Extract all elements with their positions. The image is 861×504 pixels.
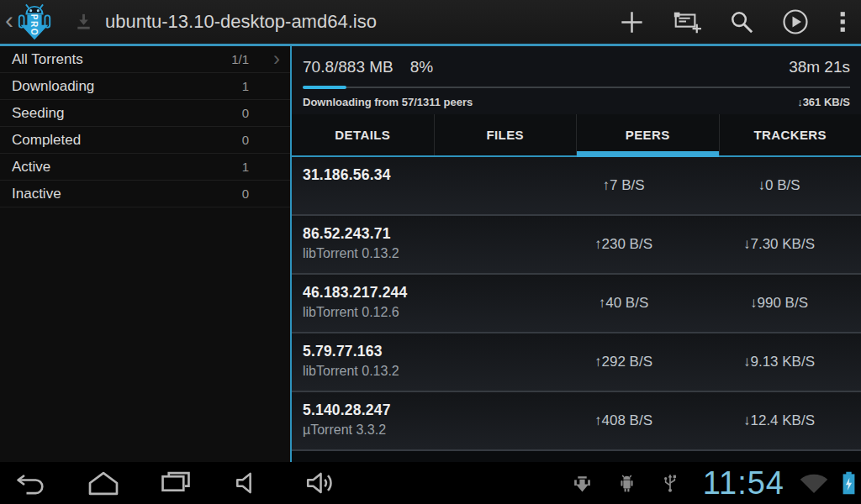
action-bar: ‹ PRO ubuntu-13.10-desktop-amd64.iso [0,0,861,46]
battery-charging-icon [842,470,856,496]
resume-all-icon [780,7,811,37]
add-feed-button[interactable] [670,3,702,40]
sidebar-item-label: All Torrents [12,51,231,68]
peer-upload-speed: ↑7 B/S [550,177,697,194]
tab-peers[interactable]: PEERS [576,114,719,155]
filter-sidebar: All Torrents 1/1 › Downloading 1 Seeding… [0,46,290,462]
peer-upload-speed: ↑408 B/S [550,412,697,429]
peer-download-speed: ↓9.13 KB/S [697,354,861,370]
peer-row[interactable]: 46.183.217.244 libTorrent 0.12.6 ↑40 B/S… [292,275,861,333]
nav-recents-button[interactable] [158,467,193,499]
torrent-detail-panel: 70.8/883 MB 8% 38m 21s Downloading from … [290,46,861,462]
sidebar-item-label: Completed [12,132,242,149]
sidebar-item-count: 0 [242,133,249,147]
peer-download-speed: ↓12.4 KB/S [697,412,861,429]
peer-client: libTorrent 0.13.2 [303,364,550,379]
sidebar-item-count: 1/1 [231,52,249,66]
torrent-progress-summary: 70.8/883 MB 8% 38m 21s Downloading from … [292,46,861,114]
peer-download-speed: ↓7.30 KB/S [697,236,861,253]
peer-ip: 46.183.217.244 [303,284,550,302]
wifi-off-icon [798,470,830,496]
tab-label: FILES [486,128,524,142]
peer-client: libTorrent 0.13.2 [303,246,550,261]
progress-track [303,87,850,88]
sidebar-item-label: Active [12,159,242,176]
download-icon [72,12,95,33]
main-content: All Torrents 1/1 › Downloading 1 Seeding… [0,46,861,462]
sidebar-item-inactive[interactable]: Inactive 0 [0,181,290,207]
detail-tabs: DETAILS FILES PEERS TRACKERS [292,114,861,157]
sidebar-item-seeding[interactable]: Seeding 0 [0,100,290,127]
peer-status-text: Downloading from 57/1311 peers [303,96,473,108]
tab-label: TRACKERS [753,128,827,142]
overflow-menu-icon [837,8,848,36]
peer-download-speed: ↓990 B/S [697,295,861,312]
resume-all-button[interactable] [779,3,811,40]
peer-row[interactable]: 86.52.243.71 libTorrent 0.13.2 ↑230 B/S … [292,216,861,275]
sidebar-item-active[interactable]: Active 1 [0,154,290,181]
volume-up-button[interactable] [303,467,338,499]
status-cluster[interactable]: 11:54 [572,467,861,499]
add-torrent-button[interactable] [615,3,647,40]
action-buttons [615,3,861,40]
sidebar-item-count: 0 [242,186,249,201]
sidebar-item-label: Seeding [12,105,242,122]
peer-row[interactable]: 5.140.28.247 µTorrent 3.3.2 ↑408 B/S ↓12… [292,392,861,451]
overflow-menu-button[interactable] [834,3,851,40]
atorrent-status-icon [572,473,593,494]
peer-upload-speed: ↑230 B/S [550,236,697,253]
sidebar-item-label: Inactive [12,186,242,202]
system-clock: 11:54 [703,467,784,499]
sidebar-item-label: Downloading [12,78,242,95]
download-rate-text: ↓361 KB/S [797,96,850,108]
tab-label: PEERS [626,128,670,142]
peer-ip: 5.140.28.247 [303,402,550,419]
nav-up-button[interactable]: ‹ PRO [0,0,57,44]
peer-client: µTorrent 3.3.2 [303,423,550,438]
percent-text: 8% [410,58,433,76]
volume-up-icon [304,470,336,496]
tab-files[interactable]: FILES [434,114,577,155]
chevron-right-icon: › [273,49,280,69]
peer-list: 31.186.56.34 ↑7 B/S ↓0 B/S 86.52.243.71 … [292,157,861,462]
progress-fill [303,86,346,89]
atorrent-pro-app-icon: PRO [15,3,54,43]
torrent-title: ubuntu-13.10-desktop-amd64.iso [105,11,377,33]
nav-back-button[interactable] [13,467,49,499]
volume-down-button[interactable] [230,467,266,499]
peer-ip: 5.79.77.163 [303,343,550,360]
sidebar-item-count: 1 [242,160,249,174]
peer-upload-speed: ↑292 B/S [550,354,697,370]
tab-details[interactable]: DETAILS [292,114,434,155]
tab-trackers[interactable]: TRACKERS [719,114,861,155]
app-badge-text: PRO [29,14,39,36]
peer-ip: 86.52.243.71 [303,225,550,243]
search-button[interactable] [725,3,757,40]
progress-bar [303,86,850,89]
tab-label: DETAILS [335,128,390,142]
volume-down-icon [233,470,263,496]
sidebar-item-completed[interactable]: Completed 0 [0,127,290,154]
sidebar-item-all-torrents[interactable]: All Torrents 1/1 › [0,46,290,73]
add-torrent-icon [617,8,647,37]
eta-text: 38m 21s [789,58,850,76]
back-icon [14,469,48,497]
android-debug-icon [616,473,637,494]
back-chevron-icon: ‹ [5,8,13,33]
peer-row[interactable]: 31.186.56.34 ↑7 B/S ↓0 B/S [292,157,861,216]
home-icon [87,470,120,497]
system-navigation-bar: 11:54 [0,462,861,504]
sidebar-item-count: 1 [242,79,249,93]
recents-icon [159,470,193,497]
search-icon [726,8,756,37]
sidebar-item-downloading[interactable]: Downloading 1 [0,73,290,100]
peer-client: libTorrent 0.12.6 [303,305,550,320]
nav-home-button[interactable] [86,467,121,499]
peer-download-speed: ↓0 B/S [697,177,861,194]
peer-ip: 31.186.56.34 [303,166,550,184]
peer-row[interactable]: 5.79.77.163 libTorrent 0.13.2 ↑292 B/S ↓… [292,333,861,392]
size-progress-text: 70.8/883 MB [303,58,394,76]
usb-icon [661,472,679,494]
peer-upload-speed: ↑40 B/S [550,295,697,312]
add-feed-icon [670,8,702,36]
